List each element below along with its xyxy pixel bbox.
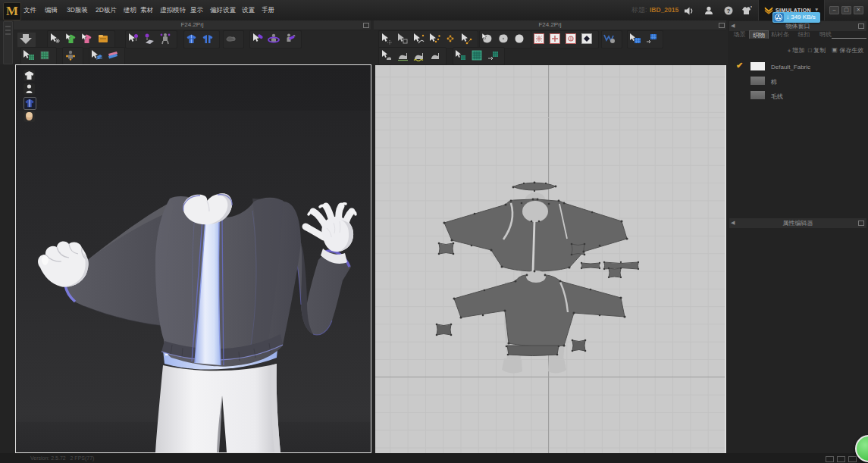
svg-text:*: *	[750, 6, 752, 10]
svg-text:?: ?	[727, 8, 731, 14]
